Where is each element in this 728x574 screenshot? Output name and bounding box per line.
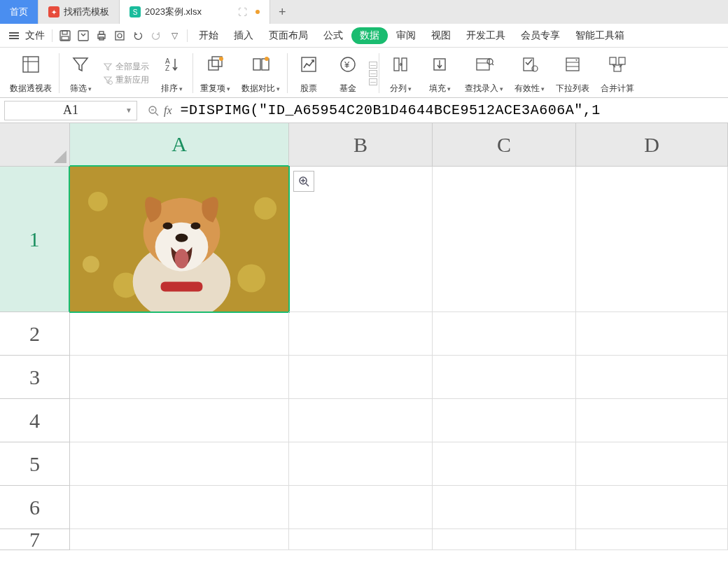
image-zoom-button[interactable] bbox=[293, 171, 314, 192]
cell-D6[interactable] bbox=[576, 486, 728, 529]
menu-公式[interactable]: 公式 bbox=[316, 27, 350, 45]
cell-D1[interactable] bbox=[576, 167, 728, 312]
svg-rect-18 bbox=[253, 59, 260, 70]
cell-B4[interactable] bbox=[289, 399, 433, 442]
row-header-1[interactable]: 1 bbox=[0, 167, 70, 312]
save-icon[interactable] bbox=[57, 27, 74, 44]
ribbon-validity[interactable]: 有效性▾ bbox=[509, 50, 550, 96]
print-icon[interactable] bbox=[93, 27, 110, 44]
row-header-3[interactable]: 3 bbox=[0, 356, 70, 399]
svg-rect-9 bbox=[23, 57, 38, 72]
cell-D7[interactable] bbox=[576, 529, 728, 550]
svg-point-46 bbox=[237, 265, 265, 293]
ribbon-dropdown-list[interactable]: 下拉列表 bbox=[550, 50, 595, 96]
ribbon-mini-up[interactable]: — bbox=[369, 62, 377, 69]
cell-C7[interactable] bbox=[433, 529, 576, 550]
cell-D3[interactable] bbox=[576, 356, 728, 399]
undo-icon[interactable] bbox=[130, 27, 146, 44]
cell-B3[interactable] bbox=[289, 356, 433, 399]
cell-C1[interactable] bbox=[433, 167, 576, 312]
cell-A6[interactable] bbox=[70, 486, 289, 529]
cell-A7[interactable] bbox=[70, 529, 289, 550]
ribbon-find-input[interactable]: 查找录入▾ bbox=[459, 50, 509, 96]
cell-A3[interactable] bbox=[70, 356, 289, 399]
menu-智能工具箱[interactable]: 智能工具箱 bbox=[568, 27, 631, 45]
cell-D4[interactable] bbox=[576, 399, 728, 442]
ribbon-show-all[interactable]: 全部显示 bbox=[103, 61, 149, 73]
menu-视图[interactable]: 视图 bbox=[424, 27, 458, 45]
svg-text:¥: ¥ bbox=[344, 59, 350, 70]
select-all-corner[interactable] bbox=[0, 123, 70, 167]
ribbon-data-compare[interactable]: 数据对比▾ bbox=[236, 50, 286, 96]
column-header-A[interactable]: A bbox=[70, 123, 289, 167]
row: 3 bbox=[0, 356, 728, 399]
ribbon-mini-mid[interactable]: — bbox=[369, 70, 377, 77]
svg-rect-38 bbox=[614, 65, 621, 71]
cell-C6[interactable] bbox=[433, 486, 576, 529]
cell-B1[interactable] bbox=[289, 167, 433, 312]
ribbon-pivot-table[interactable]: 数据透视表 bbox=[4, 50, 57, 96]
column-header-D[interactable]: D bbox=[576, 123, 728, 167]
ribbon-stock[interactable]: 股票 bbox=[289, 50, 328, 96]
cell-D2[interactable] bbox=[576, 312, 728, 356]
svg-point-47 bbox=[83, 256, 99, 273]
name-box[interactable]: A1 ▼ bbox=[4, 101, 137, 120]
formula-input[interactable] bbox=[178, 101, 728, 120]
row-header-4[interactable]: 4 bbox=[0, 399, 70, 442]
menu-开始[interactable]: 开始 bbox=[192, 27, 225, 45]
menu-file[interactable]: 文件 bbox=[24, 29, 48, 42]
column-header-B[interactable]: B bbox=[289, 123, 433, 167]
save-as-icon[interactable] bbox=[75, 27, 92, 44]
tab-home[interactable]: 首页 bbox=[0, 0, 38, 24]
cell-A1[interactable] bbox=[70, 167, 289, 312]
ribbon-sort[interactable]: AZ 排序▾ bbox=[152, 50, 191, 96]
menu-审阅[interactable]: 审阅 bbox=[389, 27, 423, 45]
cell-A2[interactable] bbox=[70, 312, 289, 356]
cell-C2[interactable] bbox=[433, 312, 576, 356]
cell-C5[interactable] bbox=[433, 442, 576, 486]
ribbon-merge-calc[interactable]: 合并计算 bbox=[595, 50, 640, 96]
cell-C4[interactable] bbox=[433, 399, 576, 442]
cell-A4[interactable] bbox=[70, 399, 289, 442]
ribbon-fill[interactable]: 填充▾ bbox=[420, 50, 459, 96]
svg-rect-36 bbox=[610, 57, 616, 64]
zoom-out-icon[interactable] bbox=[147, 104, 160, 117]
menu-数据[interactable]: 数据 bbox=[351, 27, 388, 44]
redo-icon[interactable] bbox=[148, 27, 164, 44]
cell-B6[interactable] bbox=[289, 486, 433, 529]
menu-插入[interactable]: 插入 bbox=[227, 27, 260, 45]
cell-C3[interactable] bbox=[433, 356, 576, 399]
chevron-down-icon[interactable]: ▼ bbox=[125, 106, 132, 114]
row-header-2[interactable]: 2 bbox=[0, 312, 70, 356]
print-preview-icon[interactable] bbox=[111, 27, 128, 44]
cell-B7[interactable] bbox=[289, 529, 433, 550]
ribbon-split-column[interactable]: 分列▾ bbox=[381, 50, 420, 96]
svg-point-51 bbox=[163, 223, 173, 230]
ribbon-reapply[interactable]: 重新应用 bbox=[103, 74, 149, 86]
add-tab-button[interactable]: + bbox=[270, 0, 295, 24]
fx-icon[interactable]: fx bbox=[164, 104, 172, 117]
ribbon-duplicates[interactable]: 重复项▾ bbox=[195, 50, 236, 96]
menu-页面布局[interactable]: 页面布局 bbox=[262, 27, 315, 45]
cell-A5[interactable] bbox=[70, 442, 289, 486]
ribbon-mini-down[interactable]: — bbox=[369, 78, 377, 85]
menu-会员专享[interactable]: 会员专享 bbox=[514, 27, 567, 45]
column-header-C[interactable]: C bbox=[433, 123, 576, 167]
quick-access-dropdown-icon[interactable]: ▽ bbox=[166, 27, 183, 44]
cell-B2[interactable] bbox=[289, 312, 433, 356]
tab-current-file[interactable]: S 2023案例.xlsx ⛶ bbox=[120, 0, 270, 24]
cell-B5[interactable] bbox=[289, 442, 433, 486]
svg-point-29 bbox=[487, 59, 493, 64]
screen-share-icon[interactable]: ⛶ bbox=[238, 7, 247, 18]
tab-templates[interactable]: ✦ 找稻壳模板 bbox=[38, 0, 120, 24]
ribbon-fund[interactable]: ¥ 基金 bbox=[328, 50, 368, 96]
cell-D5[interactable] bbox=[576, 442, 728, 486]
ribbon-filter[interactable]: 筛选▾ bbox=[61, 50, 100, 96]
main-menu-icon[interactable] bbox=[6, 27, 22, 44]
row-header-7[interactable]: 7 bbox=[0, 529, 70, 550]
row-header-6[interactable]: 6 bbox=[0, 486, 70, 529]
svg-point-43 bbox=[88, 192, 108, 211]
row-header-5[interactable]: 5 bbox=[0, 442, 70, 486]
svg-line-30 bbox=[492, 64, 493, 65]
menu-开发工具[interactable]: 开发工具 bbox=[459, 27, 512, 45]
